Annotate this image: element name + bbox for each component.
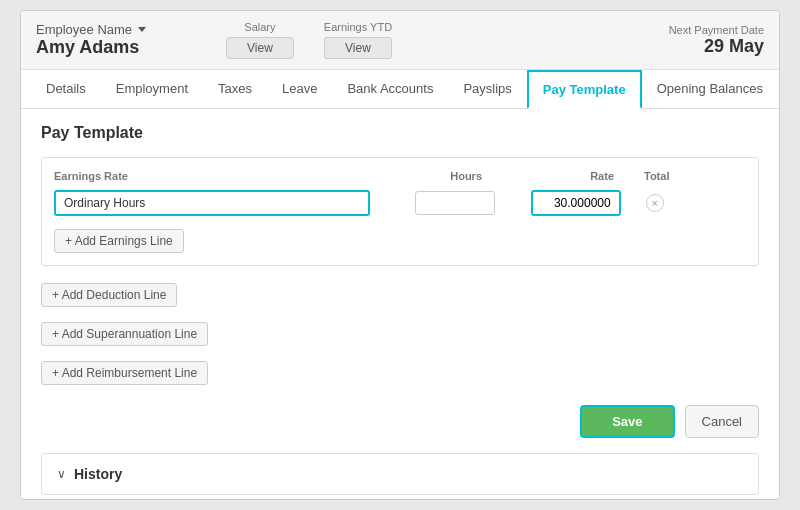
tab-taxes[interactable]: Taxes xyxy=(203,70,267,109)
tab-payslips[interactable]: Payslips xyxy=(448,70,526,109)
salary-label: Salary xyxy=(244,21,275,33)
header: Employee Name Amy Adams Salary View Earn… xyxy=(21,11,779,70)
salary-field: Salary View xyxy=(226,21,294,59)
earnings-row: × xyxy=(54,190,746,216)
tab-employment[interactable]: Employment xyxy=(101,70,203,109)
tab-leave[interactable]: Leave xyxy=(267,70,332,109)
tab-pay-template[interactable]: Pay Template xyxy=(527,70,642,109)
rate-field xyxy=(515,190,620,216)
remove-earnings-row-button[interactable]: × xyxy=(646,194,664,212)
tab-notes[interactable]: Notes xyxy=(778,70,780,109)
earnings-ytd-view-button[interactable]: View xyxy=(324,37,392,59)
tab-bank-accounts[interactable]: Bank Accounts xyxy=(332,70,448,109)
cancel-button[interactable]: Cancel xyxy=(685,405,759,438)
earnings-rate-input[interactable] xyxy=(54,190,370,216)
hours-field xyxy=(390,191,495,215)
next-payment-section: Next Payment Date 29 May xyxy=(669,24,764,57)
col-total: Total xyxy=(644,170,746,182)
col-hours: Hours xyxy=(380,170,492,182)
main-container: Employee Name Amy Adams Salary View Earn… xyxy=(20,10,780,500)
next-payment-label: Next Payment Date xyxy=(669,24,764,36)
add-superannuation-line-button[interactable]: + Add Superannuation Line xyxy=(41,322,208,346)
chevron-down-icon: ∨ xyxy=(57,467,66,481)
save-button[interactable]: Save xyxy=(580,405,674,438)
employee-label: Employee Name xyxy=(36,22,196,37)
deduction-section: + Add Deduction Line xyxy=(41,278,759,307)
add-earnings-line-button[interactable]: + Add Earnings Line xyxy=(54,229,184,253)
col-rate: Rate xyxy=(512,170,624,182)
employee-section: Employee Name Amy Adams xyxy=(36,22,196,58)
content-area: Pay Template Earnings Rate Hours Rate To… xyxy=(21,109,779,500)
employee-name: Amy Adams xyxy=(36,37,196,58)
next-payment-date: 29 May xyxy=(669,36,764,57)
add-reimbursement-line-button[interactable]: + Add Reimbursement Line xyxy=(41,361,208,385)
salary-view-button[interactable]: View xyxy=(226,37,294,59)
earnings-rate-field xyxy=(54,190,370,216)
tab-bar: Details Employment Taxes Leave Bank Acco… xyxy=(21,70,779,109)
total-field: × xyxy=(641,194,746,212)
history-section[interactable]: ∨ History xyxy=(41,453,759,495)
rate-input[interactable] xyxy=(531,190,621,216)
sort-arrow-icon[interactable] xyxy=(138,27,146,32)
hours-input[interactable] xyxy=(415,191,495,215)
action-bar: Save Cancel xyxy=(41,395,759,443)
reimbursement-section: + Add Reimbursement Line xyxy=(41,356,759,385)
page-title: Pay Template xyxy=(41,124,759,142)
earnings-ytd-label: Earnings YTD xyxy=(324,21,392,33)
col-earnings-rate: Earnings Rate xyxy=(54,170,360,182)
add-deduction-line-button[interactable]: + Add Deduction Line xyxy=(41,283,177,307)
earnings-header: Earnings Rate Hours Rate Total xyxy=(54,170,746,182)
tab-opening-balances[interactable]: Opening Balances xyxy=(642,70,778,109)
history-label: History xyxy=(74,466,122,482)
tab-details[interactable]: Details xyxy=(31,70,101,109)
earnings-section: Earnings Rate Hours Rate Total × xyxy=(41,157,759,266)
earnings-ytd-field: Earnings YTD View xyxy=(324,21,392,59)
superannuation-section: + Add Superannuation Line xyxy=(41,317,759,346)
